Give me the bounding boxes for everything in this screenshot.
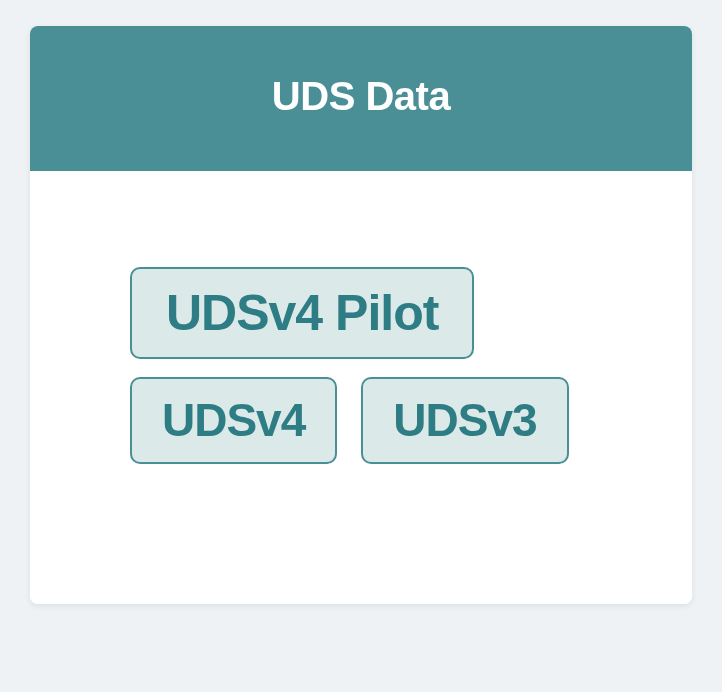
udsv3-button[interactable]: UDSv3	[361, 377, 568, 464]
udsv4-pilot-button[interactable]: UDSv4 Pilot	[130, 267, 474, 359]
button-row-1: UDSv4 Pilot	[130, 267, 474, 359]
card-header: UDS Data	[30, 26, 692, 171]
udsv4-button[interactable]: UDSv4	[130, 377, 337, 464]
button-row-2: UDSv4 UDSv3	[130, 377, 569, 464]
card-title: UDS Data	[50, 74, 672, 119]
uds-data-card: UDS Data UDSv4 Pilot UDSv4 UDSv3	[30, 26, 692, 604]
card-body: UDSv4 Pilot UDSv4 UDSv3	[30, 171, 692, 604]
